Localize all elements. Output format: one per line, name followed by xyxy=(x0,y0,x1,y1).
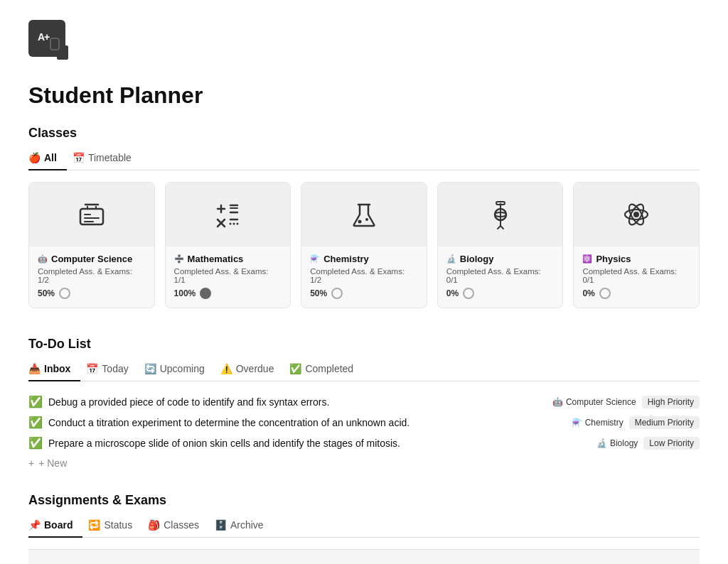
tab-inbox[interactable]: 📥 Inbox xyxy=(28,359,80,381)
chem-card-name: ⚗️ Chemistry xyxy=(310,254,418,264)
priority-badge-2: Low Priority xyxy=(643,437,700,450)
tab-all[interactable]: 🍎 All xyxy=(28,148,67,170)
todo-text-2: Prepare a microscope slide of onion skin… xyxy=(48,438,400,449)
phys-completed: Completed Ass. & Exams: 0/1 xyxy=(582,267,690,284)
svg-line-29 xyxy=(500,226,503,229)
todo-subject-icon-2: 🔬 xyxy=(596,438,607,448)
tab-upcoming[interactable]: 🔄 Upcoming xyxy=(144,359,215,381)
svg-point-19 xyxy=(230,223,232,225)
tab-completed[interactable]: ✅ Completed xyxy=(289,359,363,381)
phys-card-body: ⚛️ Physics Completed Ass. & Exams: 0/1 0… xyxy=(574,246,699,308)
bio-icon-area xyxy=(438,183,563,246)
todo-section: To-Do List 📥 Inbox 📅 Today 🔄 Upcoming ⚠️… xyxy=(28,337,700,473)
math-progress: 100% xyxy=(174,288,282,299)
todo-subject-0[interactable]: 🤖 Computer Science xyxy=(552,397,636,407)
math-card-name: ➗ Mathematics xyxy=(174,254,282,264)
math-icon-area xyxy=(166,183,291,246)
new-todo-button[interactable]: + + New xyxy=(28,453,700,473)
tab-status[interactable]: 🔁 Status xyxy=(88,515,142,538)
math-completed: Completed Ass. & Exams: 1/1 xyxy=(174,267,282,284)
math-icon xyxy=(210,197,245,232)
todo-check-1[interactable]: ✅ xyxy=(28,416,43,429)
new-todo-icon: + xyxy=(28,457,34,469)
cs-icon xyxy=(75,197,109,232)
svg-point-21 xyxy=(237,223,239,225)
cs-progress-circle xyxy=(59,288,70,299)
phys-progress: 0% xyxy=(582,288,690,299)
page-title: Student Planner xyxy=(28,82,700,109)
tab-today[interactable]: 📅 Today xyxy=(86,359,138,381)
assignments-section-title: Assignments & Exams xyxy=(28,493,700,508)
chem-small-icon: ⚗️ xyxy=(310,254,320,264)
chem-icon xyxy=(347,197,381,232)
chem-completed: Completed Ass. & Exams: 1/2 xyxy=(310,267,418,284)
math-card-body: ➗ Mathematics Completed Ass. & Exams: 1/… xyxy=(166,246,291,308)
todo-check-2[interactable]: ✅ xyxy=(28,436,43,450)
todo-text-0: Debug a provided piece of code to identi… xyxy=(48,396,329,408)
cs-completed: Completed Ass. & Exams: 1/2 xyxy=(38,267,146,284)
classes-tabs: 🍎 All 📅 Timetable xyxy=(28,148,700,170)
classes-tab-icon: 🎒 xyxy=(148,519,160,531)
assignments-board-area xyxy=(28,549,700,564)
cs-progress: 50% xyxy=(38,288,146,299)
todo-item-0: ✅ Debug a provided piece of code to iden… xyxy=(28,391,700,412)
phys-small-icon: ⚛️ xyxy=(582,254,592,264)
class-card-cs[interactable]: 🤖 Computer Science Completed Ass. & Exam… xyxy=(28,182,155,308)
phys-icon xyxy=(619,197,653,232)
phys-icon-area xyxy=(574,183,699,246)
chem-card-body: ⚗️ Chemistry Completed Ass. & Exams: 1/2… xyxy=(301,246,427,308)
todo-text-1: Conduct a titration experiment to determ… xyxy=(48,417,410,428)
svg-point-20 xyxy=(233,223,235,225)
svg-rect-3 xyxy=(50,38,59,50)
class-card-chem[interactable]: ⚗️ Chemistry Completed Ass. & Exams: 1/2… xyxy=(301,182,427,308)
cs-card-name: 🤖 Computer Science xyxy=(38,254,146,264)
todo-tabs: 📥 Inbox 📅 Today 🔄 Upcoming ⚠️ Overdue ✅ … xyxy=(28,359,700,381)
math-progress-circle xyxy=(200,288,211,299)
todo-subject-1[interactable]: ⚗️ Chemistry xyxy=(572,418,623,428)
bio-card-body: 🔬 Biology Completed Ass. & Exams: 0/1 0% xyxy=(438,246,563,308)
overdue-tab-icon: ⚠️ xyxy=(220,363,232,374)
classes-section: Classes 🍎 All 📅 Timetable xyxy=(28,126,700,314)
logo-text: A+ xyxy=(34,25,60,53)
cs-card-body: 🤖 Computer Science Completed Ass. & Exam… xyxy=(29,246,154,308)
chem-progress: 50% xyxy=(310,288,418,299)
todo-section-title: To-Do List xyxy=(28,337,700,352)
todo-subject-icon-1: ⚗️ xyxy=(572,418,582,428)
bio-card-name: 🔬 Biology xyxy=(446,254,555,264)
todo-check-0[interactable]: ✅ xyxy=(28,395,43,408)
svg-point-24 xyxy=(365,218,368,221)
cs-icon-area xyxy=(29,183,154,246)
tab-archive[interactable]: 🗄️ Archive xyxy=(215,515,274,538)
todo-item-2: ✅ Prepare a microscope slide of onion sk… xyxy=(28,433,700,453)
new-todo-label: + New xyxy=(38,457,67,469)
tab-board[interactable]: 📌 Board xyxy=(28,515,82,538)
bio-progress: 0% xyxy=(446,288,555,299)
tab-overdue[interactable]: ⚠️ Overdue xyxy=(220,359,284,381)
classes-grid: 🤖 Computer Science Completed Ass. & Exam… xyxy=(28,182,700,314)
bio-progress-circle xyxy=(463,288,474,299)
classes-section-title: Classes xyxy=(28,126,700,141)
class-card-bio[interactable]: 🔬 Biology Completed Ass. & Exams: 0/1 0% xyxy=(437,182,564,308)
status-tab-icon: 🔁 xyxy=(88,519,100,531)
all-tab-icon: 🍎 xyxy=(28,152,41,163)
phys-progress-circle xyxy=(599,288,611,299)
svg-point-31 xyxy=(633,212,639,217)
math-small-icon: ➗ xyxy=(174,254,184,264)
phys-card-name: ⚛️ Physics xyxy=(582,254,690,264)
tab-timetable[interactable]: 📅 Timetable xyxy=(73,148,141,170)
bio-completed: Completed Ass. & Exams: 0/1 xyxy=(446,267,555,284)
assignments-tabs: 📌 Board 🔁 Status 🎒 Classes 🗄️ Archive xyxy=(28,515,700,538)
priority-badge-0: High Priority xyxy=(642,396,700,408)
todo-item-1: ✅ Conduct a titration experiment to dete… xyxy=(28,412,700,433)
upcoming-tab-icon: 🔄 xyxy=(144,363,156,374)
cs-small-icon: 🤖 xyxy=(38,254,48,264)
chem-progress-circle xyxy=(331,288,343,299)
todo-subject-2[interactable]: 🔬 Biology xyxy=(596,438,638,448)
chem-icon-area xyxy=(301,183,427,246)
archive-tab-icon: 🗄️ xyxy=(215,519,227,531)
app-logo: A+ xyxy=(28,20,65,57)
class-card-math[interactable]: ➗ Mathematics Completed Ass. & Exams: 1/… xyxy=(165,182,291,308)
completed-tab-icon: ✅ xyxy=(289,363,301,374)
tab-classes[interactable]: 🎒 Classes xyxy=(148,515,209,538)
class-card-phys[interactable]: ⚛️ Physics Completed Ass. & Exams: 0/1 0… xyxy=(573,182,700,308)
